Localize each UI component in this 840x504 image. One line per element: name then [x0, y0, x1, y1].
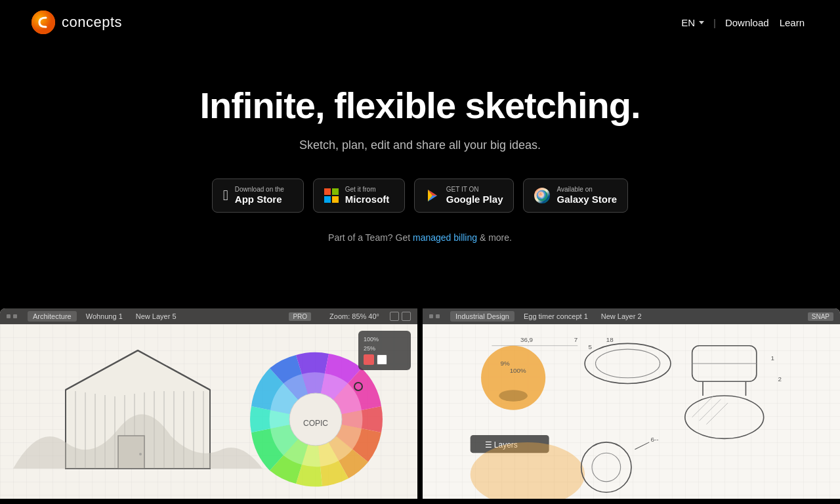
- tab-egg-timer[interactable]: Egg timer concept 1: [520, 311, 592, 322]
- tab-architecture[interactable]: Architecture: [28, 311, 77, 322]
- svg-point-52: [581, 442, 631, 492]
- svg-point-47: [685, 396, 764, 438]
- app-store-large-label: App Store: [235, 194, 282, 205]
- language-selector[interactable]: EN: [677, 14, 708, 31]
- tab-wohnung[interactable]: Wohnung 1: [82, 311, 127, 322]
- galaxy-store-button[interactable]: Available on Galaxy Store: [523, 178, 628, 213]
- microsoft-small-label: Get it from: [345, 186, 376, 194]
- download-link[interactable]: Download: [721, 14, 773, 31]
- logo-icon: [32, 10, 55, 34]
- industrial-sketch-svg: 36,9 18 9% 100% ☰ Layers: [423, 324, 840, 499]
- app-store-small-label: Download on the: [235, 186, 284, 194]
- svg-text:1: 1: [771, 354, 774, 362]
- app-store-button[interactable]:  Download on the App Store: [212, 178, 304, 213]
- svg-point-42: [595, 349, 660, 378]
- learn-link[interactable]: Learn: [776, 14, 808, 31]
- logo[interactable]: concepts: [32, 10, 122, 34]
- nav-right: EN | Download Learn: [677, 14, 808, 31]
- snap-badge: SNAP: [808, 312, 833, 321]
- tab-industrial[interactable]: Industrial Design: [450, 311, 514, 322]
- svg-line-50: [706, 403, 728, 425]
- microsoft-icon: [324, 188, 339, 203]
- team-suffix: & more.: [480, 232, 512, 243]
- managed-billing-link[interactable]: managed billing: [413, 232, 477, 243]
- logo-text: concepts: [62, 14, 122, 31]
- hero-section: Infinite, flexible sketching. Sketch, pl…: [0, 45, 840, 269]
- google-play-button[interactable]: GET IT ON Google Play: [414, 178, 514, 213]
- microsoft-large-label: Microsoft: [345, 194, 390, 205]
- pro-badge: PRO: [289, 312, 311, 321]
- microsoft-store-button[interactable]: Get it from Microsoft: [313, 178, 405, 213]
- panel-header-architecture: Architecture Wohnung 1 New Layer 5 PRO Z…: [0, 308, 417, 324]
- lang-label: EN: [681, 17, 695, 28]
- building-sketch-svg: [13, 337, 262, 495]
- store-buttons-group:  Download on the App Store Get it from …: [13, 178, 827, 213]
- svg-text:COPIC: COPIC: [303, 419, 328, 428]
- hero-subtitle: Sketch, plan, edit and share all your bi…: [13, 138, 827, 152]
- nav-divider: |: [713, 17, 716, 28]
- galaxy-store-icon: [534, 188, 550, 203]
- navbar: concepts EN | Download Learn: [0, 0, 840, 45]
- google-play-large-label: Google Play: [446, 194, 503, 205]
- screenshots-section: Architecture Wohnung 1 New Layer 5 PRO Z…: [0, 308, 840, 499]
- google-play-icon: [425, 188, 440, 203]
- screenshot-architecture: Architecture Wohnung 1 New Layer 5 PRO Z…: [0, 308, 417, 499]
- galaxy-store-small-label: Available on: [556, 186, 592, 194]
- team-line: Part of a Team? Get managed billing & mo…: [13, 232, 827, 243]
- svg-line-54: [635, 442, 649, 450]
- industrial-canvas: 36,9 18 9% 100% ☰ Layers: [423, 324, 840, 499]
- panel-header-industrial: Industrial Design Egg timer concept 1 Ne…: [423, 308, 840, 324]
- svg-text:36,9: 36,9: [520, 336, 533, 343]
- tab-layer[interactable]: New Layer 5: [132, 311, 180, 322]
- svg-point-38: [499, 390, 528, 401]
- svg-text:6--: 6--: [650, 436, 658, 443]
- screenshot-industrial: Industrial Design Egg timer concept 1 Ne…: [423, 308, 840, 499]
- hero-title: Infinite, flexible sketching.: [13, 84, 827, 127]
- tab-layer2[interactable]: New Layer 2: [597, 311, 646, 322]
- zoom-label: Zoom: 85% 40°: [329, 312, 379, 320]
- svg-text:9%: 9%: [500, 360, 509, 367]
- svg-text:100%: 100%: [510, 367, 526, 374]
- svg-point-53: [592, 453, 621, 482]
- svg-text:5: 5: [589, 343, 593, 350]
- panel-gap: [417, 308, 423, 499]
- galaxy-store-large-label: Galaxy Store: [556, 194, 617, 205]
- chevron-down-icon: [699, 21, 704, 24]
- architecture-canvas: COPIC 100% 25%: [0, 324, 417, 499]
- google-play-small-label: GET IT ON: [446, 186, 479, 194]
- team-prefix: Part of a Team? Get: [328, 232, 410, 243]
- svg-line-49: [700, 399, 721, 421]
- svg-text:2: 2: [778, 375, 781, 383]
- color-picker-ui: 100% 25%: [358, 331, 411, 370]
- apple-icon: : [223, 188, 228, 203]
- svg-text:7: 7: [574, 336, 578, 343]
- svg-point-1: [32, 10, 55, 34]
- svg-text:18: 18: [606, 336, 614, 343]
